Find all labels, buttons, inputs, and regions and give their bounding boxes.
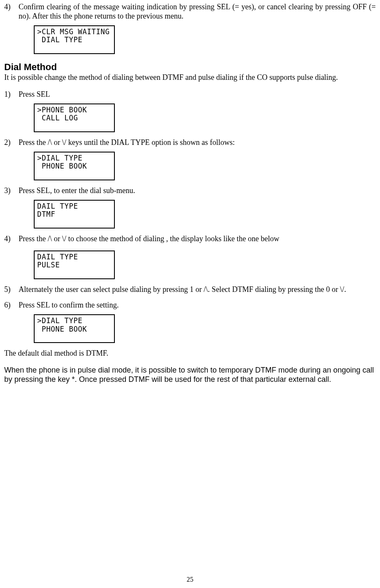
- step-3: 3) Press SEL, to enter the dial sub-menu…: [4, 186, 376, 196]
- lcd-display-step6: >DIAL TYPE PHONE BOOK: [34, 314, 376, 343]
- step-2: 2) Press the /\ or \/ keys until the DIA…: [4, 138, 376, 147]
- lcd-screen: >CLR MSG WAITING DIAL TYPE: [34, 25, 115, 54]
- lcd-screen: DAIL TYPE DTMF: [34, 200, 115, 229]
- step-number: 4): [4, 234, 19, 244]
- step-text: Press SEL: [19, 90, 376, 99]
- pulse-dial-note: When the phone is in pulse dial mode, it…: [4, 366, 376, 384]
- step-number: 5): [4, 285, 19, 294]
- step-number: 4): [4, 3, 19, 21]
- step-number: 1): [4, 90, 19, 99]
- step-6: 6) Press SEL to confirm the setting.: [4, 301, 376, 310]
- lcd-display-1: >CLR MSG WAITING DIAL TYPE: [34, 25, 376, 54]
- lcd-display-step3: DAIL TYPE DTMF: [34, 200, 376, 229]
- step-number: 2): [4, 138, 19, 147]
- step-text: Confirm clearing of the message waiting …: [19, 3, 376, 21]
- step-text: Press the /\ or \/ keys until the DIAL T…: [19, 138, 376, 147]
- step-text: Press SEL, to enter the dial sub-menu.: [19, 186, 376, 196]
- step-4: 4) Press the /\ or \/ to choose the meth…: [4, 234, 376, 244]
- step-number: 3): [4, 186, 19, 196]
- step-text: Press the /\ or \/ to choose the method …: [19, 234, 376, 244]
- step-number: 6): [4, 301, 19, 310]
- lcd-display-step2: >DIAL TYPE PHONE BOOK: [34, 152, 376, 180]
- section-intro: It is possible change the method of dial…: [4, 73, 376, 82]
- lcd-screen: >DIAL TYPE PHONE BOOK: [34, 152, 115, 180]
- step-1: 1) Press SEL: [4, 90, 376, 99]
- lcd-screen: >PHONE BOOK CALL LOG: [34, 103, 115, 132]
- section-title-dial-method: Dial Method: [4, 62, 376, 73]
- prior-step-4: 4) Confirm clearing of the message waiti…: [4, 3, 376, 21]
- lcd-display-step1: >PHONE BOOK CALL LOG: [34, 103, 376, 132]
- step-text: Alternately the user can select pulse di…: [19, 285, 376, 294]
- default-dial-note: The default dial method is DTMF.: [4, 349, 376, 358]
- lcd-screen: DAIL TYPE PULSE: [34, 250, 115, 279]
- step-5: 5) Alternately the user can select pulse…: [4, 285, 376, 294]
- step-text: Press SEL to confirm the setting.: [19, 301, 376, 310]
- lcd-display-step4: DAIL TYPE PULSE: [34, 250, 376, 279]
- lcd-screen: >DIAL TYPE PHONE BOOK: [34, 314, 115, 343]
